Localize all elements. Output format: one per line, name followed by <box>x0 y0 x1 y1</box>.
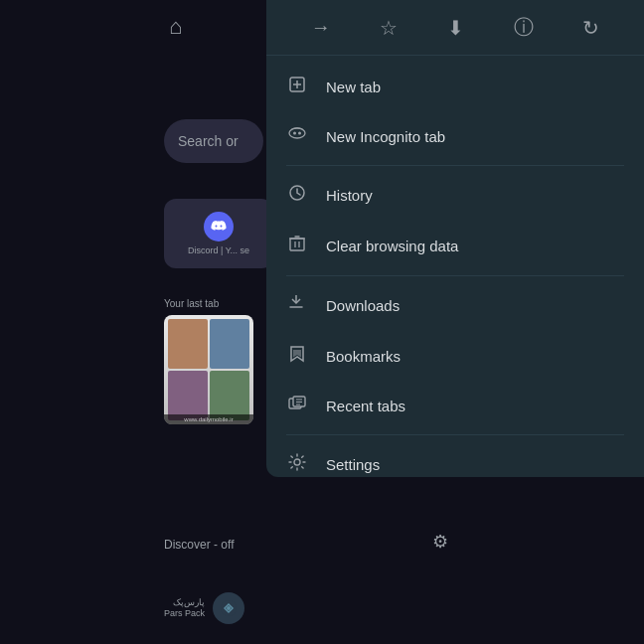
logo-icon <box>213 592 244 624</box>
last-tab-thumbnail: www.dailymobile.ir <box>164 315 253 424</box>
thumb-url: www.dailymobile.ir <box>164 414 253 424</box>
menu-toolbar: → ☆ ⬇ ⓘ ↻ <box>266 0 644 56</box>
recent-tabs-label: Recent tabs <box>326 398 405 414</box>
logo-area: پارس‌پک Pars Pack <box>164 592 244 624</box>
divider-1 <box>286 165 624 166</box>
discover-settings-icon[interactable]: ⚙ <box>432 531 448 553</box>
new-tab-icon <box>286 76 308 98</box>
discover-label: Discover - off <box>164 535 234 553</box>
recent-tabs-icon <box>286 396 308 416</box>
menu-item-recent-tabs[interactable]: Recent tabs <box>266 382 644 430</box>
discord-label: Discord | Y... se <box>188 245 249 255</box>
menu-item-downloads[interactable]: Downloads <box>266 280 644 331</box>
history-label: History <box>326 187 373 204</box>
bookmarks-label: Bookmarks <box>326 348 401 365</box>
info-icon[interactable]: ⓘ <box>514 14 534 41</box>
thumb-cell-3 <box>168 371 208 420</box>
menu-item-new-tab[interactable]: New tab <box>266 62 644 112</box>
svg-rect-9 <box>290 239 304 250</box>
svg-point-7 <box>298 132 301 135</box>
search-bar[interactable]: Search or <box>164 119 263 163</box>
thumb-grid <box>164 315 253 424</box>
logo-text: پارس‌پک Pars Pack <box>164 597 205 619</box>
home-icon[interactable]: ⌂ <box>169 14 182 39</box>
thumb-cell-1 <box>168 319 208 369</box>
menu-item-history[interactable]: History <box>266 170 644 221</box>
svg-point-1 <box>227 606 231 610</box>
svg-point-23 <box>294 459 300 465</box>
last-tab-card[interactable]: Your last tab www.dailymobile.ir <box>164 298 273 424</box>
menu-item-settings[interactable]: Settings <box>266 439 644 477</box>
home-icon-area: ⌂ <box>169 14 182 40</box>
settings-label: Settings <box>326 456 380 473</box>
context-menu: → ☆ ⬇ ⓘ ↻ New tab <box>266 0 644 477</box>
refresh-icon[interactable]: ↻ <box>582 16 599 40</box>
phone-frame: ⌂ Search or Discord | Y... se Your last … <box>0 0 644 644</box>
history-icon <box>286 184 308 207</box>
bookmark-icon[interactable]: ☆ <box>380 16 398 40</box>
svg-point-6 <box>293 132 296 135</box>
incognito-icon <box>286 126 308 147</box>
discord-card[interactable]: Discord | Y... se <box>164 199 273 268</box>
divider-2 <box>286 275 624 276</box>
downloads-label: Downloads <box>326 297 400 314</box>
menu-items-list: New tab New Incognito tab <box>266 56 644 477</box>
discord-icon <box>204 212 234 242</box>
thumb-cell-4 <box>210 371 249 420</box>
menu-item-clear-browsing[interactable]: Clear browsing data <box>266 221 644 271</box>
new-tab-label: New tab <box>326 79 381 95</box>
divider-3 <box>286 434 624 435</box>
menu-item-bookmarks[interactable]: Bookmarks <box>266 331 644 382</box>
search-placeholder: Search or <box>178 133 239 149</box>
download-icon[interactable]: ⬇ <box>447 16 464 40</box>
menu-item-incognito[interactable]: New Incognito tab <box>266 112 644 161</box>
settings-icon <box>286 453 308 476</box>
downloads-icon <box>286 294 308 317</box>
last-tab-label: Your last tab <box>164 298 273 309</box>
bookmarks-icon <box>286 345 308 368</box>
back-icon[interactable]: → <box>311 16 331 39</box>
clear-browsing-label: Clear browsing data <box>326 238 458 254</box>
thumb-cell-2 <box>210 319 249 369</box>
trash-icon <box>286 235 308 257</box>
incognito-label: New Incognito tab <box>326 128 445 145</box>
